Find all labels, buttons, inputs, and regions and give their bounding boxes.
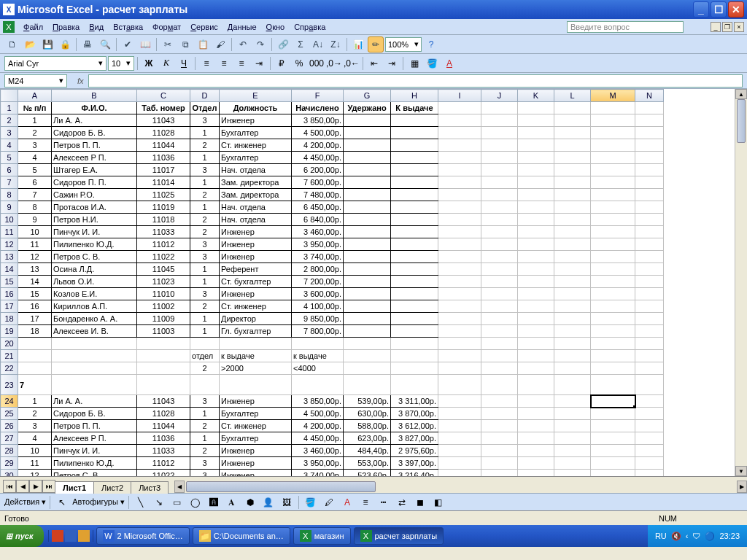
cell[interactable] [554,362,591,375]
cell[interactable]: 18 [18,325,52,338]
cell[interactable] [438,362,481,375]
cell[interactable] [344,139,391,152]
sheet-tab-2[interactable]: Лист2 [93,481,131,494]
scroll-right-arrow[interactable]: ▶ [737,481,747,493]
cell[interactable] [518,139,554,152]
research-button[interactable]: 📖 [137,36,153,52]
cell[interactable] [591,420,635,432]
tab-scroll-next[interactable]: ▶ [29,480,42,493]
cell[interactable] [635,139,664,152]
cell[interactable] [635,152,664,164]
cell[interactable] [344,189,391,201]
cell[interactable] [554,238,591,251]
cell[interactable]: 2 [190,362,220,375]
cell[interactable]: 2 [190,300,220,313]
cell[interactable]: 7 480,00р. [292,189,344,201]
menu-edit[interactable]: Правка [49,21,83,33]
cell[interactable] [344,176,391,189]
cell[interactable]: 3 [190,288,220,300]
cell[interactable] [481,176,518,189]
cell[interactable] [554,470,591,477]
cell[interactable] [344,263,391,276]
cell[interactable]: 2 [190,189,220,201]
cell[interactable]: 2 [190,139,220,152]
cell[interactable]: 11044 [137,420,190,432]
cell[interactable] [137,375,190,395]
sort-asc-button[interactable]: A↓ [310,36,326,52]
shadow-button[interactable]: ◼ [412,494,428,510]
cell[interactable] [481,395,518,408]
cell[interactable]: 1 [190,325,220,338]
paste-button[interactable]: 📋 [195,36,211,52]
cell[interactable]: 11023 [137,276,190,288]
scroll-up-arrow[interactable]: ▲ [735,89,747,99]
row-header[interactable]: 12 [1,238,18,251]
cell[interactable] [518,127,554,139]
cell[interactable] [438,263,481,276]
cell[interactable]: Бухгалтер [220,432,292,445]
cell[interactable]: Удержано [344,102,391,114]
cell[interactable]: 2 800,00р. [292,263,344,276]
cell[interactable] [438,288,481,300]
vertical-scrollbar[interactable]: ▲ ▼ [735,89,747,476]
cell[interactable]: 3 460,00р. [292,445,344,457]
cell[interactable] [344,226,391,238]
cell[interactable] [635,445,664,457]
cell[interactable] [481,288,518,300]
cell[interactable]: Отдел [190,102,220,114]
cell[interactable]: 3 [190,164,220,176]
cell[interactable] [438,445,481,457]
cell[interactable]: 1 [190,276,220,288]
cell[interactable] [591,338,635,350]
cell[interactable]: Ст. инженер [220,420,292,432]
cell[interactable]: 7 600,00р. [292,176,344,189]
cell[interactable] [518,189,554,201]
row-header[interactable]: 3 [1,127,18,139]
textbox-button[interactable]: 🅰 [206,494,222,510]
cell[interactable]: 11033 [137,226,190,238]
cell[interactable] [391,362,438,375]
cell[interactable]: 2 [190,420,220,432]
cell[interactable]: Пилипенко Ю.Д. [52,457,137,470]
cell[interactable]: 4 200,00р. [292,139,344,152]
cell[interactable] [481,313,518,325]
cell[interactable] [635,214,664,226]
cell[interactable] [635,457,664,470]
menu-help[interactable]: Справка [290,21,329,33]
arrow-button[interactable]: ↘ [151,494,167,510]
cell[interactable]: 5 [18,164,52,176]
menu-data[interactable]: Данные [224,21,260,33]
cell[interactable]: Зам. директора [220,189,292,201]
horizontal-scrollbar[interactable]: ◀ ▶ [174,481,747,493]
menu-view[interactable]: Вид [85,21,107,33]
cell[interactable] [518,325,554,338]
lang-indicator[interactable]: RU [655,532,667,540]
row-header[interactable]: 1 [1,102,18,114]
cell[interactable] [438,152,481,164]
row-header[interactable]: 9 [1,201,18,214]
cell[interactable]: 2 [190,445,220,457]
cell[interactable] [481,152,518,164]
merge-center-button[interactable]: ⇥ [251,55,267,71]
cell[interactable]: 10 [18,445,52,457]
cell[interactable] [635,420,664,432]
cell[interactable] [518,114,554,127]
scroll-down-arrow[interactable]: ▼ [735,466,747,476]
cell[interactable]: 1 [190,432,220,445]
cell[interactable] [391,189,438,201]
cell[interactable]: Бондаренко А. А. [52,313,137,325]
cell[interactable] [52,362,137,375]
col-header-F[interactable]: F [292,90,344,102]
cell[interactable] [518,350,554,362]
cell[interactable] [554,375,591,395]
tray-clock[interactable]: 23:23 [719,532,740,540]
cell[interactable] [481,408,518,420]
row-header[interactable]: 25 [1,408,18,420]
cell[interactable]: № п/п [18,102,52,114]
cell[interactable] [554,338,591,350]
cell[interactable]: Инженер [220,238,292,251]
cell[interactable]: Ст. инженер [220,139,292,152]
cell[interactable] [481,127,518,139]
cell[interactable] [391,214,438,226]
cell[interactable] [591,395,635,408]
